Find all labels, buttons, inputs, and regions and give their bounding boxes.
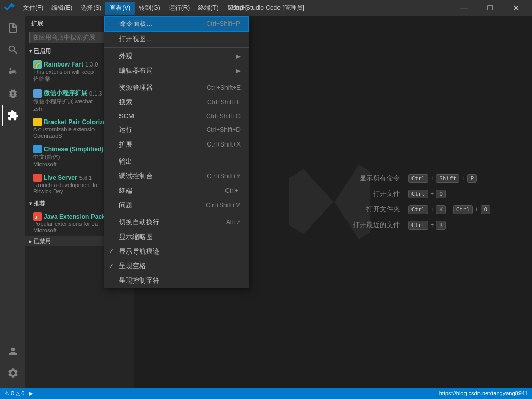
menu-debug-console-label: 调试控制台: [119, 171, 153, 181]
welcome-row-commands: 显示所有命令 Ctrl + Shift + P: [348, 174, 490, 183]
menu-edit[interactable]: 编辑(E): [47, 2, 76, 15]
menu-scm[interactable]: SCM Ctrl+Shift+G: [104, 110, 249, 123]
svg-rect-3: [33, 118, 42, 126]
close-button[interactable]: ✕: [504, 0, 528, 16]
menu-extensions-shortcut: Ctrl+Shift+X: [207, 141, 241, 148]
section-recommended-label: 推荐: [34, 200, 45, 207]
menu-cmd-palette-label: 命令面板...: [119, 19, 152, 29]
ext-name-rainbow: Rainbow Fart: [44, 61, 83, 68]
menu-terminal-view[interactable]: 终端 Ctrl+`: [104, 183, 249, 198]
menu-extensions-label: 扩展: [119, 140, 132, 149]
vscode-logo-icon: [4, 3, 15, 13]
separator-4: [104, 214, 249, 214]
titlebar-controls: — □ ✕: [452, 0, 528, 16]
menu-output[interactable]: 输出: [104, 154, 249, 169]
svg-rect-2: [33, 89, 42, 98]
ext-icon-rainbow: 🌈: [33, 60, 42, 69]
menu-breadcrumbs[interactable]: ✓ 显示导航痕迹: [104, 244, 249, 259]
kbd-ctrl: Ctrl: [408, 174, 429, 183]
menu-whitespace[interactable]: ✓ 呈现空格: [104, 259, 249, 273]
kbd-o2: O: [481, 205, 490, 214]
kbd-ctrl2: Ctrl: [408, 190, 429, 198]
cmd-label-openfile: 打开文件: [348, 189, 400, 198]
ext-icon-bracket: [33, 118, 42, 126]
statusbar-left: ⚠ 0 △ 0 ▶: [4, 390, 33, 397]
menu-open-view[interactable]: 打开视图...: [104, 32, 249, 46]
ext-version-rainbow: 1.3.0: [85, 61, 98, 68]
activity-account-icon[interactable]: [2, 341, 23, 362]
activity-bar: [0, 16, 25, 388]
maximize-button[interactable]: □: [478, 0, 502, 16]
cmd-label-openfolder: 打开文件夹: [348, 205, 400, 214]
menu-extensions[interactable]: 扩展 Ctrl+Shift+X: [104, 137, 249, 152]
ext-name-wechat: 微信小程序扩展: [44, 89, 87, 98]
view-menu-dropdown[interactable]: 命令面板... Ctrl+Shift+P 打开视图... 外观 ▶ 编辑器布局 …: [104, 16, 249, 288]
kbd-ctrl3: Ctrl: [408, 205, 429, 214]
menu-word-wrap[interactable]: 切换自动换行 Alt+Z: [104, 215, 249, 230]
svg-rect-5: [33, 174, 42, 182]
titlebar-title: Visual Studio Code [管理员]: [228, 4, 304, 12]
activity-scm-icon[interactable]: [2, 61, 23, 82]
menu-debug-console-shortcut: Ctrl+Shift+Y: [207, 172, 241, 180]
menu-search[interactable]: 搜索 Ctrl+Shift+F: [104, 95, 249, 110]
menu-cmd-palette[interactable]: 命令面板... Ctrl+Shift+P: [104, 16, 249, 32]
menu-minimap[interactable]: 显示缩略图: [104, 230, 249, 244]
activity-extensions-icon[interactable]: [2, 105, 23, 126]
menu-problems[interactable]: 问题 Ctrl+Shift+M: [104, 198, 249, 212]
menu-editor-layout-label: 编辑器布局: [119, 66, 153, 75]
kbd-shift: Shift: [436, 174, 459, 183]
activity-settings-icon[interactable]: [2, 363, 23, 383]
menu-bar: 文件(F) 编辑(E) 选择(S) 查看(V) 转到(G) 运行(R) 终端(T…: [19, 2, 252, 15]
menu-problems-shortcut: Ctrl+Shift+M: [206, 202, 241, 209]
appearance-arrow-icon: ▶: [236, 52, 241, 60]
menu-debug-console[interactable]: 调试控制台 Ctrl+Shift+Y: [104, 169, 249, 183]
section-disabled-label: 已禁用: [34, 238, 51, 244]
ext-icon-java: J: [33, 212, 42, 221]
menu-view[interactable]: 查看(V): [105, 2, 135, 15]
ext-version-liveserver: 5.6.1: [79, 175, 92, 181]
kbd-r: R: [436, 221, 446, 230]
menu-explorer-shortcut: Ctrl+Shift+E: [207, 84, 241, 91]
ext-icon-liveserver: [33, 174, 42, 182]
menu-word-wrap-label: 切换自动换行: [119, 218, 159, 227]
separator-3: [104, 153, 249, 153]
titlebar-left: 文件(F) 编辑(E) 选择(S) 查看(V) 转到(G) 运行(R) 终端(T…: [4, 2, 252, 15]
main-layout: 扩展 ▾ 已启用 🌈 Rainbow Fart 1.3.0 This exten…: [0, 16, 532, 388]
menu-run[interactable]: 运行 Ctrl+Shift+D: [104, 123, 249, 137]
menu-control-chars[interactable]: 呈现控制字符: [104, 273, 249, 288]
statusbar-url: https://blog.csdn.net/tangyang8941: [439, 390, 528, 396]
kbd-o: O: [436, 190, 446, 198]
activity-files-icon[interactable]: [2, 18, 23, 38]
minimize-button[interactable]: —: [452, 0, 476, 16]
statusbar-play[interactable]: ▶: [29, 390, 33, 397]
welcome-shortcuts-panel: 显示所有命令 Ctrl + Shift + P 打开文件 Ctrl + O 打开: [348, 167, 490, 236]
menu-goto[interactable]: 转到(G): [135, 2, 164, 15]
menu-cmd-palette-shortcut: Ctrl+Shift+P: [206, 20, 240, 28]
activity-debug-icon[interactable]: [2, 83, 23, 104]
menu-explorer[interactable]: 资源管理器 Ctrl+Shift+E: [104, 81, 249, 95]
welcome-row-openfolder: 打开文件夹 Ctrl + K Ctrl + O: [348, 205, 490, 214]
separator-1: [104, 47, 249, 48]
menu-run[interactable]: 运行(R): [165, 2, 194, 15]
section-arrow-enabled: ▾: [29, 48, 32, 54]
menu-breadcrumbs-label: 显示导航痕迹: [119, 247, 159, 256]
menu-minimap-label: 显示缩略图: [119, 232, 153, 242]
menu-terminal-shortcut: Ctrl+`: [225, 187, 241, 194]
menu-appearance[interactable]: 外观 ▶: [104, 49, 249, 63]
menu-terminal[interactable]: 终端(T): [194, 2, 222, 15]
menu-editor-layout[interactable]: 编辑器布局 ▶: [104, 63, 249, 78]
svg-text:J: J: [35, 215, 37, 220]
menu-run-label: 运行: [119, 125, 132, 135]
welcome-row-openfile: 打开文件 Ctrl + O: [348, 189, 490, 198]
section-arrow-disabled: ▸: [29, 238, 34, 244]
menu-search-label: 搜索: [119, 98, 132, 107]
svg-rect-4: [33, 145, 42, 153]
kbd-ctrl5: Ctrl: [408, 221, 429, 230]
statusbar-errors[interactable]: ⚠ 0 △ 0: [4, 390, 24, 397]
menu-scm-label: SCM: [119, 112, 134, 120]
menu-file[interactable]: 文件(F): [19, 2, 47, 15]
menu-select[interactable]: 选择(S): [76, 2, 105, 15]
section-enabled-label: 已启用: [34, 47, 51, 55]
whitespace-check-icon: ✓: [109, 262, 114, 270]
activity-search-icon[interactable]: [2, 39, 23, 60]
